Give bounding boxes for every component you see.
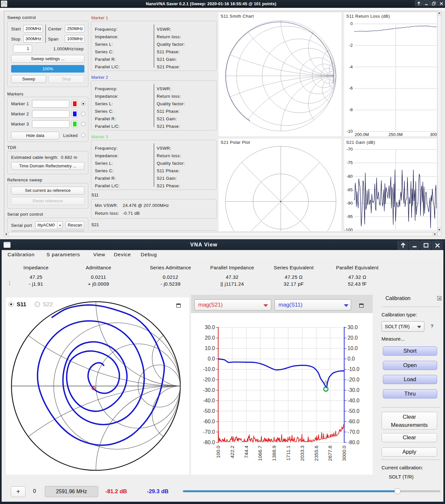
svg-text:10.0: 10.0	[347, 345, 358, 351]
svg-text:-80: -80	[347, 174, 353, 179]
svg-text:3000.0: 3000.0	[341, 445, 347, 461]
svg-text:0: 0	[325, 435, 327, 440]
svg-text:-20.0: -20.0	[203, 377, 215, 382]
svg-text:0.0: 0.0	[347, 356, 355, 361]
svg-text:-10: -10	[347, 129, 353, 134]
svg-text:-95: -95	[347, 214, 353, 219]
svg-text:-90: -90	[347, 201, 353, 206]
svg-text:1388.9: 1388.9	[271, 445, 277, 461]
svg-text:30.0: 30.0	[347, 325, 358, 330]
svg-text:422.2: 422.2	[229, 445, 235, 458]
svg-text:-50.0: -50.0	[203, 408, 215, 414]
svg-text:0: 0	[350, 21, 353, 26]
svg-text:0.0: 0.0	[208, 356, 215, 361]
svg-text:-2: -2	[349, 43, 353, 48]
svg-text:-60.0: -60.0	[203, 419, 215, 424]
svg-text:-80.0: -80.0	[203, 440, 215, 445]
svg-text:-10.0: -10.0	[347, 366, 360, 372]
svg-text:10.0: 10.0	[205, 345, 215, 351]
svg-text:-70.0: -70.0	[347, 429, 360, 435]
svg-text:1711.1: 1711.1	[285, 445, 291, 461]
svg-text:-40.0: -40.0	[347, 398, 360, 403]
svg-text:-70: -70	[347, 147, 353, 152]
svg-text:-50.0: -50.0	[347, 408, 360, 414]
svg-text:-80.0: -80.0	[347, 440, 360, 445]
svg-text:-85: -85	[347, 187, 353, 192]
svg-text:30.0: 30.0	[205, 325, 215, 330]
svg-text:-30.0: -30.0	[347, 387, 360, 393]
svg-text:-8: -8	[349, 107, 353, 112]
svg-text:200.0M: 200.0M	[355, 132, 369, 136]
svg-text:20.0: 20.0	[205, 335, 215, 341]
svg-text:-70.0: -70.0	[203, 429, 215, 435]
svg-text:2033.3: 2033.3	[299, 445, 305, 461]
svg-text:2677.8: 2677.8	[327, 445, 333, 461]
svg-text:-10.0: -10.0	[203, 366, 215, 372]
svg-text:-75: -75	[347, 160, 353, 165]
svg-text:-40.0: -40.0	[203, 398, 215, 403]
svg-text:250.0M: 250.0M	[388, 132, 402, 136]
svg-text:744.4: 744.4	[243, 445, 249, 458]
svg-text:-30.0: -30.0	[203, 387, 215, 393]
svg-text:100.0: 100.0	[215, 445, 221, 458]
svg-text:-20.0: -20.0	[347, 377, 360, 382]
svg-text:-4: -4	[349, 64, 353, 69]
svg-text:300.0M: 300.0M	[430, 132, 437, 136]
svg-text:0: 0	[325, 380, 327, 385]
svg-text:2355.6: 2355.6	[313, 445, 319, 461]
svg-text:-100: -100	[344, 227, 353, 231]
svg-text:-60.0: -60.0	[347, 419, 360, 424]
svg-text:1066.7: 1066.7	[257, 445, 263, 461]
svg-text:20.0: 20.0	[347, 335, 358, 341]
svg-text:-6: -6	[349, 86, 353, 91]
